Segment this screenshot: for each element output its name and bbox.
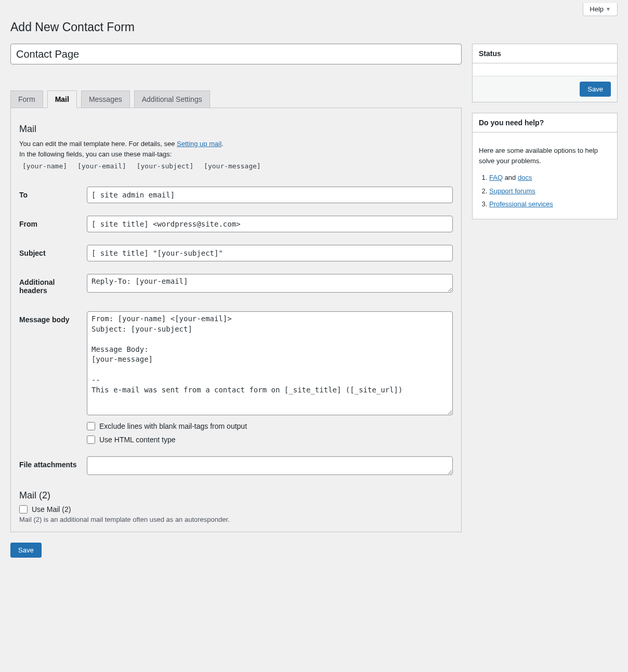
help-item: Support forums	[489, 186, 611, 196]
use-mail2-checkbox[interactable]	[19, 505, 28, 513]
setting-up-mail-link[interactable]: Setting up mail	[177, 140, 221, 148]
subject-input[interactable]	[87, 245, 453, 261]
status-box-body	[473, 63, 617, 76]
headers-label: Additional headers	[19, 268, 87, 305]
use-mail2-label: Use Mail (2)	[32, 505, 71, 513]
subject-label: Subject	[19, 239, 87, 268]
body-textarea[interactable]	[87, 311, 453, 415]
headers-textarea[interactable]	[87, 274, 453, 293]
faq-link[interactable]: FAQ	[489, 174, 503, 181]
tab-additional-settings[interactable]: Additional Settings	[134, 90, 210, 108]
to-input[interactable]	[87, 187, 453, 203]
page-title: Add New Contact Form	[10, 20, 618, 34]
mail-panel: Mail You can edit the mail template here…	[10, 108, 462, 532]
tab-mail[interactable]: Mail	[47, 90, 77, 108]
from-input[interactable]	[87, 216, 453, 232]
tab-messages[interactable]: Messages	[81, 90, 130, 108]
use-mail2-row[interactable]: Use Mail (2)	[19, 505, 453, 513]
help-item-mid: and	[503, 174, 518, 181]
professional-services-link[interactable]: Professional services	[489, 200, 553, 208]
tab-strip: Form Mail Messages Additional Settings	[10, 90, 462, 108]
from-label: From	[19, 209, 87, 239]
support-forums-link[interactable]: Support forums	[489, 187, 535, 195]
mail-tag: [your-message]	[204, 162, 261, 170]
save-button-side[interactable]: Save	[580, 82, 611, 97]
mail-tags-list: [your-name] [your-email] [your-subject] …	[22, 162, 453, 170]
to-label: To	[19, 180, 87, 209]
use-html-row[interactable]: Use HTML content type	[87, 436, 453, 444]
body-label: Message body	[19, 305, 87, 450]
help-links-list: FAQ and docs Support forums Professional…	[489, 173, 611, 209]
exclude-blank-row[interactable]: Exclude lines with blank mail-tags from …	[87, 422, 453, 430]
mail-tag: [your-subject]	[137, 162, 194, 170]
exclude-blank-checkbox[interactable]	[87, 422, 95, 430]
status-box: Status Save	[472, 44, 618, 102]
status-box-title: Status	[473, 44, 617, 63]
help-box-intro: Here are some available options to help …	[479, 146, 611, 166]
mail-intro-prefix: You can edit the mail template here. For…	[19, 140, 177, 148]
use-html-checkbox[interactable]	[87, 436, 95, 444]
help-item: Professional services	[489, 199, 611, 209]
save-button-bottom[interactable]: Save	[10, 543, 42, 558]
form-title-input[interactable]	[10, 44, 462, 64]
attachments-label: File attachments	[19, 450, 87, 483]
mail-intro-line2: In the following fields, you can use the…	[19, 150, 172, 158]
mail2-heading: Mail (2)	[19, 490, 453, 501]
mail-intro: You can edit the mail template here. For…	[19, 139, 453, 159]
docs-link[interactable]: docs	[518, 174, 532, 181]
mail-tag: [your-name]	[22, 162, 67, 170]
mail2-desc: Mail (2) is an additional mail template …	[19, 516, 453, 523]
mail-tag: [your-email]	[77, 162, 126, 170]
help-item: FAQ and docs	[489, 173, 611, 183]
help-box-title: Do you need help?	[473, 113, 617, 133]
mail-heading: Mail	[19, 124, 453, 135]
help-tab-label: Help	[590, 5, 604, 13]
help-box: Do you need help? Here are some availabl…	[472, 113, 618, 219]
attachments-textarea[interactable]	[87, 456, 453, 475]
exclude-blank-label: Exclude lines with blank mail-tags from …	[99, 422, 247, 430]
mail-intro-suffix: .	[221, 140, 224, 148]
tab-form[interactable]: Form	[10, 90, 43, 108]
chevron-down-icon: ▼	[606, 6, 611, 12]
help-tab[interactable]: Help ▼	[583, 3, 618, 16]
use-html-label: Use HTML content type	[99, 436, 176, 444]
